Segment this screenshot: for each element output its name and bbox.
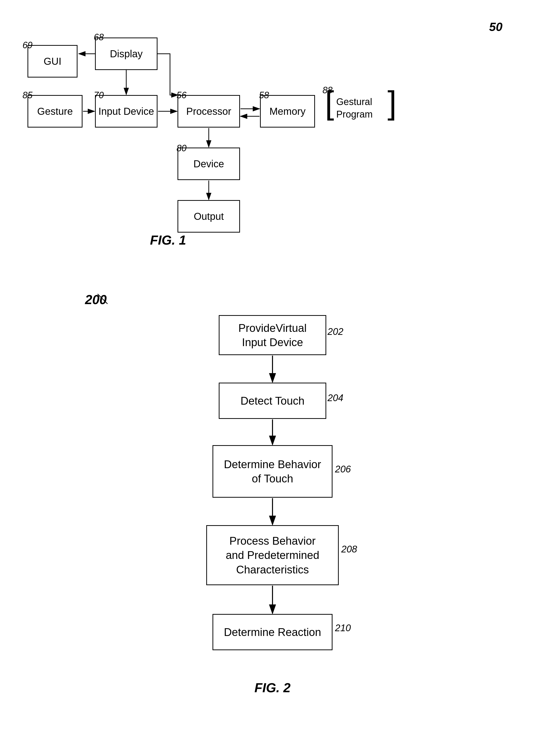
box-input-device: Input Device xyxy=(95,95,158,128)
box-processor: Processor xyxy=(178,95,240,128)
box-gesture: Gesture xyxy=(28,95,83,128)
fig1-label: FIG. 1 xyxy=(150,233,186,248)
gestural-program-bracket-svg: [ Gestural Program ] xyxy=(322,89,400,133)
fig1-arrows xyxy=(0,15,545,240)
ref-204: 204 xyxy=(327,393,343,403)
box-device: Device xyxy=(178,148,240,180)
flow-box-208: Process Behaviorand PredeterminedCharact… xyxy=(206,525,339,585)
ref-memory: 58 xyxy=(259,90,269,101)
ref-202: 202 xyxy=(327,326,343,337)
fig2-label: FIG. 2 xyxy=(255,680,290,695)
flow-box-202: ProvideVirtualInput Device xyxy=(219,315,326,355)
svg-text:Gestural: Gestural xyxy=(336,97,372,107)
flow-box-206: Determine Behaviorof Touch xyxy=(213,445,332,498)
ref-208: 208 xyxy=(341,544,357,555)
ref-210: 210 xyxy=(335,623,351,633)
flow-box-204: Detect Touch xyxy=(219,383,326,419)
ref-206: 206 xyxy=(335,464,351,475)
ref-display: 68 xyxy=(94,32,104,43)
box-display: Display xyxy=(95,38,158,70)
ref-gestural-program: 88 xyxy=(322,85,332,96)
fig2-area: 200 ProvideVirtualInput Device 202 Detec… xyxy=(0,275,545,756)
ref-gesture: 85 xyxy=(23,90,33,101)
box-gui: GUI xyxy=(28,45,78,78)
flow-box-210: Determine Reaction xyxy=(213,614,332,650)
ref-gui: 69 xyxy=(23,40,33,51)
ref-input-device: 70 xyxy=(94,90,104,101)
svg-text:]: ] xyxy=(387,89,396,121)
diagram-container: 50 GUI 69 Display 68 Gesture 85 Input De… xyxy=(0,0,545,756)
ref200-arrow xyxy=(98,294,113,306)
svg-text:Program: Program xyxy=(336,109,373,120)
box-output: Output xyxy=(178,200,240,233)
svg-line-14 xyxy=(98,294,108,304)
fig1-area: 50 GUI 69 Display 68 Gesture 85 Input De… xyxy=(0,15,545,240)
ref-device: 80 xyxy=(177,143,187,154)
ref-50: 50 xyxy=(489,20,502,34)
ref-processor: 56 xyxy=(177,90,187,101)
